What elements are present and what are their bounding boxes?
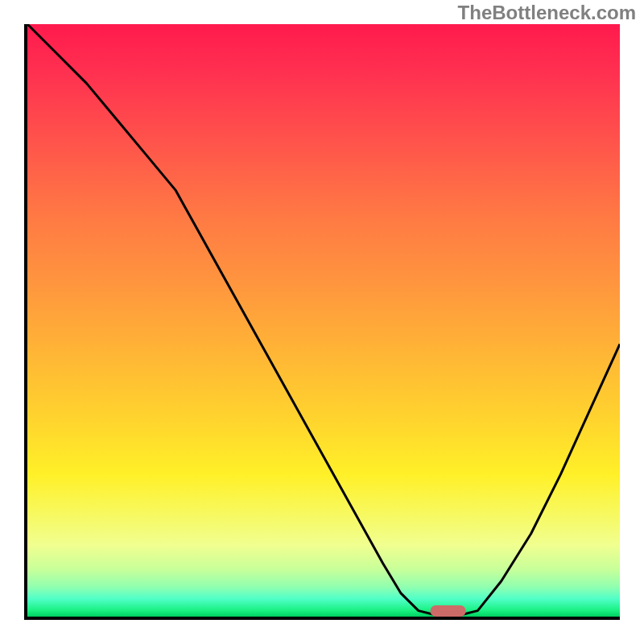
curve-svg [27, 24, 620, 617]
optimum-marker [431, 605, 466, 617]
plot-area [27, 24, 620, 617]
chart-container: TheBottleneck.com [0, 0, 644, 644]
bottleneck-curve [27, 24, 620, 617]
watermark-text: TheBottleneck.com [458, 2, 636, 24]
plot-axes [24, 24, 620, 620]
